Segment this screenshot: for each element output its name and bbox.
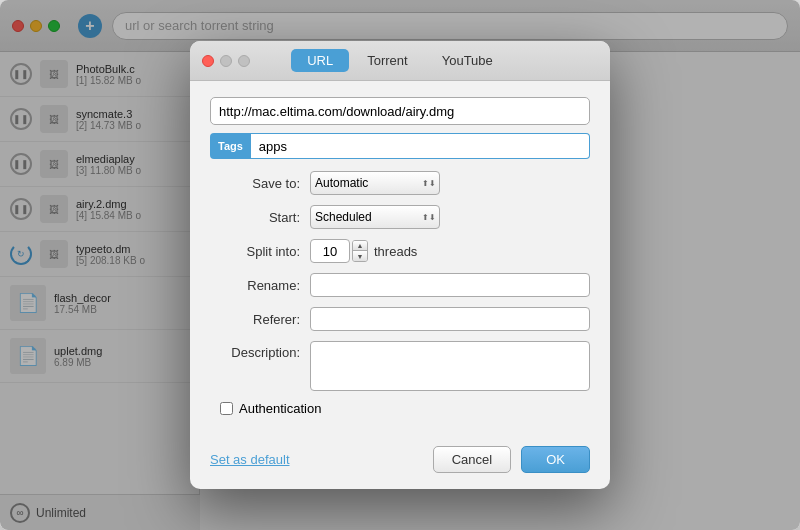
threads-spinner: ▲ ▼: [352, 240, 368, 262]
modal-dialog: URL Torrent YouTube Tags Save to:: [190, 41, 610, 489]
modal-titlebar: URL Torrent YouTube: [190, 41, 610, 81]
spinner-down[interactable]: ▼: [353, 251, 367, 261]
start-select[interactable]: Scheduled: [310, 205, 440, 229]
modal-footer: Set as default Cancel OK: [190, 446, 610, 489]
app-window: + url or search torrent string ❚❚ 🖼 Phot…: [0, 0, 800, 530]
modal-body: Tags Save to: Automatic Start:: [190, 81, 610, 446]
set-default-link[interactable]: Set as default: [210, 452, 290, 467]
referer-input[interactable]: [310, 307, 590, 331]
rename-input[interactable]: [310, 273, 590, 297]
description-input[interactable]: [310, 341, 590, 391]
rename-label: Rename:: [210, 278, 300, 293]
tab-url[interactable]: URL: [291, 49, 349, 72]
modal-overlay: URL Torrent YouTube Tags Save to:: [0, 0, 800, 530]
auth-checkbox[interactable]: [220, 402, 233, 415]
tab-torrent[interactable]: Torrent: [351, 49, 423, 72]
modal-maximize-button[interactable]: [238, 55, 250, 67]
spinner-up[interactable]: ▲: [353, 241, 367, 251]
split-label: Split into:: [210, 244, 300, 259]
threads-label: threads: [374, 244, 417, 259]
split-input[interactable]: [310, 239, 350, 263]
referer-label: Referer:: [210, 312, 300, 327]
description-label: Description:: [210, 345, 300, 360]
cancel-button[interactable]: Cancel: [433, 446, 511, 473]
modal-minimize-button[interactable]: [220, 55, 232, 67]
rename-row: Rename:: [210, 273, 590, 297]
modal-traffic-lights: [202, 55, 250, 67]
referer-row: Referer:: [210, 307, 590, 331]
start-label: Start:: [210, 210, 300, 225]
footer-buttons: Cancel OK: [433, 446, 590, 473]
description-row: Description:: [210, 341, 590, 391]
url-input[interactable]: [210, 97, 590, 125]
ok-button[interactable]: OK: [521, 446, 590, 473]
start-row: Start: Scheduled: [210, 205, 590, 229]
split-row: Split into: ▲ ▼ threads: [210, 239, 590, 263]
auth-label: Authentication: [239, 401, 321, 416]
tags-badge: Tags: [210, 133, 251, 159]
start-select-wrapper: Scheduled: [310, 205, 440, 229]
modal-close-button[interactable]: [202, 55, 214, 67]
tags-input[interactable]: [251, 133, 590, 159]
tags-row: Tags: [210, 133, 590, 159]
auth-row: Authentication: [210, 401, 590, 416]
modal-tabs: URL Torrent YouTube: [291, 49, 509, 72]
save-to-label: Save to:: [210, 176, 300, 191]
tab-youtube[interactable]: YouTube: [426, 49, 509, 72]
save-to-select[interactable]: Automatic: [310, 171, 440, 195]
save-to-select-wrapper: Automatic: [310, 171, 440, 195]
save-to-row: Save to: Automatic: [210, 171, 590, 195]
